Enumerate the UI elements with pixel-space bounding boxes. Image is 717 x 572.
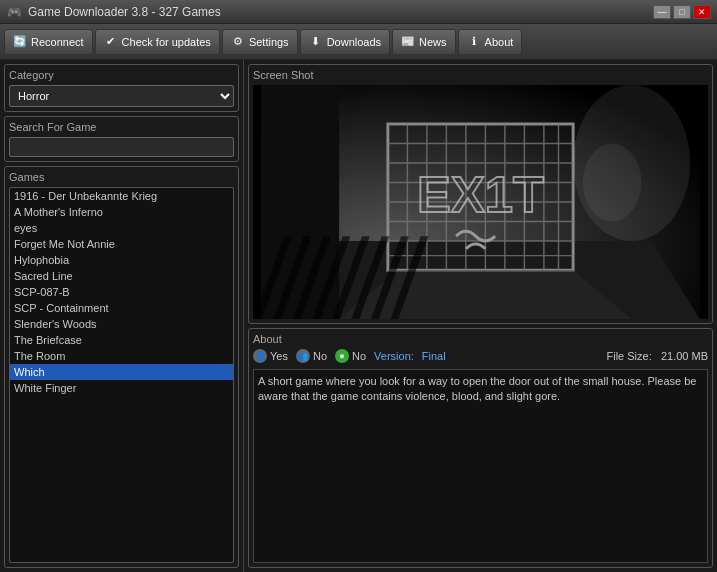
downloads-label: Downloads <box>327 36 381 48</box>
filesize-info: File Size: 21.00 MB <box>606 350 708 362</box>
about-label: About <box>485 36 514 48</box>
no-label-2: No <box>352 350 366 362</box>
meta-no-2: ● No <box>335 349 366 363</box>
main-content: Category HorrorActionAdventurePuzzleRPGS… <box>0 60 717 572</box>
list-item[interactable]: SCP-087-B <box>10 284 233 300</box>
games-list[interactable]: 1916 - Der Unbekannte KriegA Mother's In… <box>9 187 234 563</box>
reconnect-label: Reconnect <box>31 36 84 48</box>
filesize-label: File Size: <box>606 350 651 362</box>
list-item[interactable]: 1916 - Der Unbekannte Krieg <box>10 188 233 204</box>
check-updates-button[interactable]: ✔ Check for updates <box>95 29 220 55</box>
settings-icon: ⚙ <box>231 35 245 49</box>
title-bar: 🎮 Game Downloader 3.8 - 327 Games — □ ✕ <box>0 0 717 24</box>
check-updates-label: Check for updates <box>122 36 211 48</box>
news-label: News <box>419 36 447 48</box>
settings-label: Settings <box>249 36 289 48</box>
list-item[interactable]: White Finger <box>10 380 233 396</box>
close-button[interactable]: ✕ <box>693 5 711 19</box>
search-input[interactable] <box>9 137 234 157</box>
about-section-label: About <box>253 333 708 345</box>
list-item[interactable]: SCP - Containment <box>10 300 233 316</box>
list-item[interactable]: Forget Me Not Annie <box>10 236 233 252</box>
minimize-button[interactable]: — <box>653 5 671 19</box>
settings-button[interactable]: ⚙ Settings <box>222 29 298 55</box>
screenshot-label: Screen Shot <box>253 69 708 81</box>
about-meta: 👤 Yes 👥 No ● No Version: Final File Size… <box>253 349 708 363</box>
version-label: Version: <box>374 350 414 362</box>
category-group: Category HorrorActionAdventurePuzzleRPGS… <box>4 64 239 112</box>
list-item[interactable]: Sacred Line <box>10 268 233 284</box>
svg-text:EX1T: EX1T <box>417 166 544 223</box>
screenshot-display: EX1T <box>253 85 708 319</box>
list-item[interactable]: Hylophobia <box>10 252 233 268</box>
downloads-icon: ⬇ <box>309 35 323 49</box>
list-item[interactable]: eyes <box>10 220 233 236</box>
circle-icon-no2: ● <box>335 349 349 363</box>
screenshot-group: Screen Shot <box>248 64 713 324</box>
reconnect-icon: 🔄 <box>13 35 27 49</box>
person-icon-yes: 👤 <box>253 349 267 363</box>
about-description: A short game where you look for a way to… <box>253 369 708 563</box>
no-label-1: No <box>313 350 327 362</box>
news-button[interactable]: 📰 News <box>392 29 456 55</box>
about-icon: ℹ <box>467 35 481 49</box>
person-icon-no1: 👥 <box>296 349 310 363</box>
category-select[interactable]: HorrorActionAdventurePuzzleRPGSimulation <box>9 85 234 107</box>
maximize-button[interactable]: □ <box>673 5 691 19</box>
version-value: Final <box>422 350 446 362</box>
app-icon: 🎮 <box>6 4 22 20</box>
games-label: Games <box>9 171 234 183</box>
svg-point-31 <box>583 144 642 222</box>
list-item[interactable]: The Room <box>10 348 233 364</box>
right-panel: Screen Shot <box>244 60 717 572</box>
search-group: Search For Game <box>4 116 239 162</box>
list-item[interactable]: Slender's Woods <box>10 316 233 332</box>
screenshot-image: EX1T <box>253 85 708 319</box>
filesize-value: 21.00 MB <box>661 350 708 362</box>
downloads-button[interactable]: ⬇ Downloads <box>300 29 390 55</box>
category-label: Category <box>9 69 234 81</box>
left-panel: Category HorrorActionAdventurePuzzleRPGS… <box>0 60 244 572</box>
list-item[interactable]: A Mother's Inferno <box>10 204 233 220</box>
news-icon: 📰 <box>401 35 415 49</box>
list-item[interactable]: Which <box>10 364 233 380</box>
games-group: Games 1916 - Der Unbekannte KriegA Mothe… <box>4 166 239 568</box>
check-updates-icon: ✔ <box>104 35 118 49</box>
window-title: Game Downloader 3.8 - 327 Games <box>28 5 653 19</box>
meta-no-1: 👥 No <box>296 349 327 363</box>
list-item[interactable]: The Briefcase <box>10 332 233 348</box>
about-group: About 👤 Yes 👥 No ● No Version: Final Fil… <box>248 328 713 568</box>
yes-label: Yes <box>270 350 288 362</box>
window-controls: — □ ✕ <box>653 5 711 19</box>
toolbar: 🔄 Reconnect ✔ Check for updates ⚙ Settin… <box>0 24 717 60</box>
search-label: Search For Game <box>9 121 234 133</box>
reconnect-button[interactable]: 🔄 Reconnect <box>4 29 93 55</box>
meta-yes: 👤 Yes <box>253 349 288 363</box>
about-button[interactable]: ℹ About <box>458 29 523 55</box>
